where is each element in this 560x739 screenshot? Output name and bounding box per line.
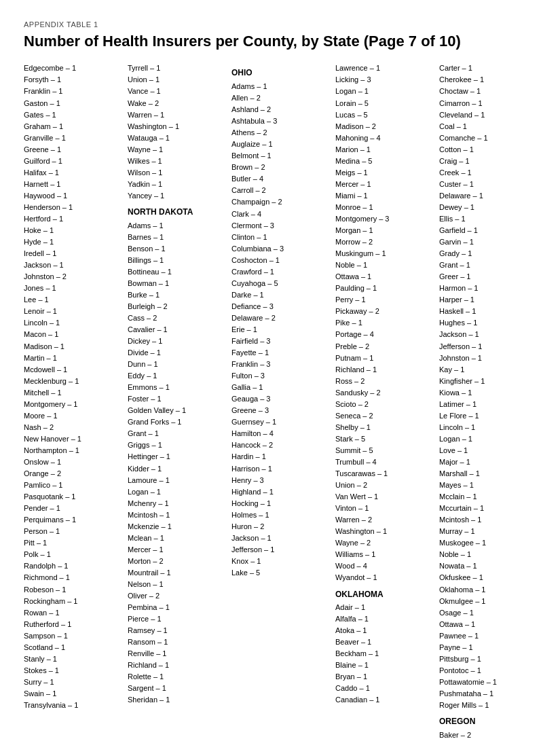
- list-item: Creek – 1: [439, 167, 536, 179]
- list-item: Montgomery – 1: [24, 399, 121, 410]
- list-item: Stark – 5: [335, 433, 432, 445]
- list-item: Caddo – 1: [335, 683, 432, 694]
- list-item: New Hanover – 1: [24, 433, 121, 445]
- list-item: Mcintosh – 1: [439, 514, 536, 526]
- list-item: Lenoir – 1: [24, 306, 121, 317]
- list-item: Randolph – 1: [24, 560, 121, 572]
- list-item: Gates – 1: [24, 109, 121, 121]
- list-item: Northampton – 1: [24, 445, 121, 456]
- list-item: Iredell – 1: [24, 248, 121, 259]
- list-item: Crawford – 1: [231, 266, 329, 278]
- list-item: Moore – 1: [24, 410, 121, 422]
- list-item: Stokes – 1: [24, 665, 121, 677]
- list-item: Huron – 2: [231, 521, 329, 533]
- list-item: Carroll – 2: [231, 185, 329, 196]
- list-item: Hocking – 1: [231, 498, 329, 509]
- list-item: Osage – 1: [439, 607, 536, 619]
- list-item: Bowman – 1: [128, 278, 225, 289]
- list-item: Grant – 1: [439, 259, 536, 271]
- list-item: Martin – 1: [24, 353, 121, 364]
- list-item: Kidder – 1: [128, 463, 225, 475]
- list-item: Noble – 1: [335, 259, 432, 271]
- list-item: Union – 2: [335, 480, 432, 491]
- list-item: Jackson – 1: [439, 329, 536, 340]
- list-item: Belmont – 1: [231, 150, 329, 162]
- list-item: Johnston – 2: [24, 271, 121, 283]
- list-item: Divide – 1: [128, 347, 225, 359]
- list-item: Halifax – 1: [24, 167, 121, 179]
- list-item: Richland – 1: [335, 364, 432, 376]
- list-item: Mcdowell – 1: [24, 364, 121, 376]
- list-item: Logan – 1: [439, 433, 536, 445]
- list-item: Pawnee – 1: [439, 630, 536, 642]
- list-item: Yancey – 1: [128, 190, 225, 202]
- list-item: Shelby – 1: [335, 422, 432, 433]
- list-item: Benson – 1: [128, 243, 225, 255]
- list-item: Edgecombe – 1: [24, 62, 121, 74]
- list-item: Macon – 1: [24, 329, 121, 340]
- list-item: Warren – 1: [128, 109, 225, 121]
- list-item: Wake – 2: [128, 98, 225, 109]
- list-item: Lawrence – 1: [335, 62, 432, 74]
- list-item: Yadkin – 1: [128, 179, 225, 190]
- list-item: Summit – 5: [335, 445, 432, 456]
- list-item: Miami – 1: [335, 190, 432, 202]
- list-item: Preble – 2: [335, 341, 432, 353]
- list-item: Van Wert – 1: [335, 491, 432, 503]
- list-item: Vance – 1: [128, 86, 225, 97]
- list-item: Trumbull – 4: [335, 456, 432, 468]
- list-item: Watauga – 1: [128, 132, 225, 144]
- list-item: Wayne – 1: [128, 144, 225, 156]
- list-item: Knox – 1: [231, 556, 329, 567]
- list-item: Jones – 1: [24, 283, 121, 294]
- list-item: Nelson – 1: [128, 579, 225, 590]
- list-item: Tuscarawas – 1: [335, 468, 432, 480]
- list-item: Latimer – 1: [439, 399, 536, 410]
- list-item: Geauga – 3: [231, 393, 329, 405]
- list-item: Pasquotank – 1: [24, 491, 121, 503]
- list-item: Rockingham – 1: [24, 596, 121, 607]
- list-item: Clermont – 3: [231, 220, 329, 232]
- list-item: Polk – 1: [24, 549, 121, 560]
- list-item: Brown – 2: [231, 162, 329, 173]
- list-item: Marion – 1: [335, 144, 432, 156]
- list-item: Love – 1: [439, 445, 536, 456]
- list-item: Tyrrell – 1: [128, 62, 225, 74]
- list-item: Fayette – 1: [231, 347, 329, 359]
- list-item: Sampson – 1: [24, 630, 121, 642]
- list-item: Pembina – 1: [128, 602, 225, 613]
- page-title: Number of Health Insurers per County, by…: [24, 33, 536, 50]
- list-item: Richmond – 1: [24, 572, 121, 583]
- list-item: Vinton – 1: [335, 503, 432, 514]
- list-item: Morgan – 1: [335, 225, 432, 236]
- list-item: Canadian – 1: [335, 694, 432, 706]
- list-item: Butler – 4: [231, 173, 329, 185]
- list-item: Rowan – 1: [24, 607, 121, 619]
- list-item: Lincoln – 1: [439, 422, 536, 433]
- list-item: Garfield – 1: [439, 225, 536, 236]
- list-item: Pamlico – 1: [24, 480, 121, 491]
- list-item: Graham – 1: [24, 121, 121, 132]
- list-item: Mecklenburg – 1: [24, 376, 121, 387]
- list-item: Highland – 1: [231, 486, 329, 498]
- list-item: Rolette – 1: [128, 671, 225, 683]
- list-item: Scotland – 1: [24, 642, 121, 653]
- list-item: Dickey – 1: [128, 336, 225, 347]
- list-item: Bottineau – 1: [128, 266, 225, 278]
- list-item: Hughes – 1: [439, 317, 536, 329]
- list-item: Mahoning – 4: [335, 132, 432, 144]
- list-item: Hyde – 1: [24, 236, 121, 248]
- list-item: Burke – 1: [128, 289, 225, 301]
- column-4: Lawrence – 1Licking – 3Logan – 1Lorain –…: [335, 62, 432, 739]
- state-header: OKLAHOMA: [335, 588, 432, 601]
- list-item: Adams – 1: [231, 81, 329, 92]
- list-item: Scioto – 2: [335, 399, 432, 410]
- list-item: Logan – 1: [335, 86, 432, 97]
- list-item: Gaston – 1: [24, 98, 121, 109]
- list-item: Harper – 1: [439, 294, 536, 306]
- list-item: Oliver – 2: [128, 590, 225, 602]
- list-item: Fairfield – 3: [231, 336, 329, 347]
- list-item: Hoke – 1: [24, 225, 121, 236]
- list-item: Kay – 1: [439, 364, 536, 376]
- list-item: Coal – 1: [439, 121, 536, 132]
